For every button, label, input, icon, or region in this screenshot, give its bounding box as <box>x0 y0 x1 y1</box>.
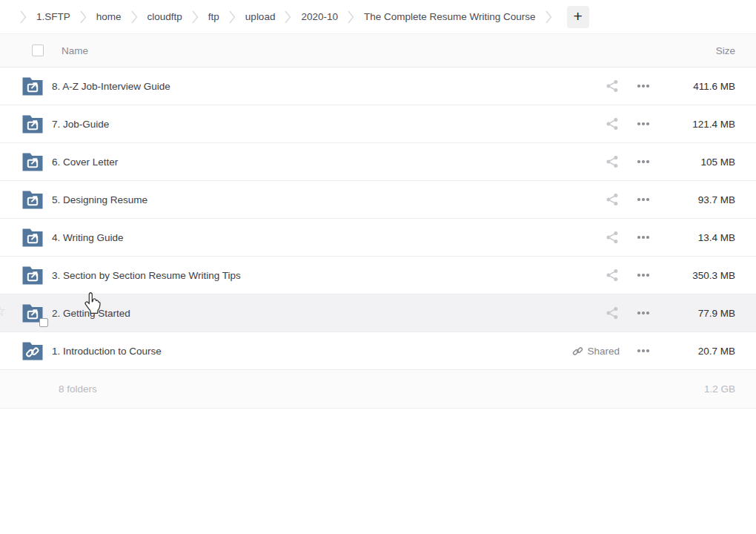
file-size: 411.6 MB <box>652 81 735 92</box>
folder-external-icon <box>22 152 43 171</box>
chevron-right-icon <box>20 10 27 24</box>
share-slot <box>563 192 634 207</box>
chevron-right-icon <box>546 10 552 24</box>
file-row[interactable]: 5. Designing Resume 93.7 MB <box>0 181 756 219</box>
file-row-hovered[interactable]: 2. Getting Started 77.9 MB <box>0 294 756 332</box>
share-icon[interactable] <box>605 268 620 283</box>
file-size: 93.7 MB <box>652 194 735 205</box>
chevron-right-icon <box>131 10 138 24</box>
breadcrumb-item-current-folder[interactable]: The Complete Resume Writing Course <box>364 11 536 22</box>
folder-name-link[interactable]: 1. Introduction to Course <box>52 346 563 357</box>
size-column-header[interactable]: Size <box>716 45 735 56</box>
folder-external-icon <box>22 303 43 323</box>
folder-count: 8 folders <box>59 383 97 395</box>
chevron-right-icon <box>285 10 291 24</box>
file-size: 105 MB <box>652 156 735 168</box>
shared-indicator[interactable]: Shared <box>572 346 620 357</box>
folder-name-link[interactable]: 5. Designing Resume <box>52 194 563 205</box>
add-button[interactable]: + <box>567 6 589 28</box>
breadcrumb-item-cloudftp[interactable]: cloudftp <box>147 11 182 22</box>
folder-name-link[interactable]: 8. A-Z Job-Interview Guide <box>52 81 563 92</box>
chevron-right-icon <box>80 10 87 24</box>
list-header: Name Size <box>0 33 756 67</box>
file-size: 350.3 MB <box>652 270 735 281</box>
share-slot <box>563 116 634 131</box>
share-slot <box>563 230 634 245</box>
folder-name-link[interactable]: 4. Writing Guide <box>52 232 563 243</box>
share-icon[interactable] <box>605 192 620 207</box>
share-slot: Shared <box>563 346 634 357</box>
file-size: 77.9 MB <box>652 308 735 319</box>
folder-name-link[interactable]: 7. Job-Guide <box>52 119 563 130</box>
drag-badge <box>39 318 48 327</box>
folder-name-link[interactable]: 3. Section by Section Resume Writing Tip… <box>52 270 563 281</box>
folder-external-icon <box>22 76 43 96</box>
file-row[interactable]: 6. Cover Letter 105 MB <box>0 143 756 181</box>
list-footer: 8 folders 1.2 GB <box>0 370 756 409</box>
name-column-header[interactable]: Name <box>62 45 716 56</box>
more-options-button[interactable] <box>634 268 652 283</box>
more-options-button[interactable] <box>634 306 652 320</box>
share-icon[interactable] <box>605 154 620 169</box>
breadcrumb-item-2020-10[interactable]: 2020-10 <box>301 11 338 22</box>
file-row[interactable]: 1. Introduction to Course Shared 20.7 MB <box>0 332 756 370</box>
folder-name-link[interactable]: 2. Getting Started <box>52 308 563 319</box>
link-icon <box>572 346 583 357</box>
file-row[interactable]: 8. A-Z Job-Interview Guide 411.6 MB <box>0 67 756 105</box>
folder-external-icon <box>22 114 43 134</box>
breadcrumb-item-upload[interactable]: upload <box>245 11 276 22</box>
folder-external-icon <box>22 228 43 247</box>
more-options-button[interactable] <box>634 79 652 93</box>
folder-external-icon <box>22 266 43 285</box>
more-options-button[interactable] <box>634 154 652 169</box>
share-icon[interactable] <box>605 230 620 245</box>
file-size: 121.4 MB <box>652 119 735 130</box>
share-slot <box>563 306 634 320</box>
file-list: 8. A-Z Job-Interview Guide 411.6 MB 7. J… <box>0 67 756 370</box>
breadcrumb-item-home[interactable]: home <box>96 11 122 22</box>
file-size: 20.7 MB <box>652 346 735 357</box>
chevron-right-icon <box>229 10 236 24</box>
share-slot <box>563 154 634 169</box>
breadcrumb-item-sftp[interactable]: 1.SFTP <box>36 11 70 22</box>
more-options-button[interactable] <box>634 192 652 207</box>
share-icon[interactable] <box>605 116 620 131</box>
breadcrumb: 1.SFTP home cloudftp ftp upload 2020-10 … <box>0 0 756 33</box>
share-icon[interactable] <box>605 79 620 93</box>
folder-external-icon <box>22 190 43 209</box>
file-row[interactable]: 7. Job-Guide 121.4 MB <box>0 105 756 143</box>
share-icon[interactable] <box>605 306 620 320</box>
file-row[interactable]: 4. Writing Guide 13.4 MB <box>0 219 756 257</box>
file-row[interactable]: 3. Section by Section Resume Writing Tip… <box>0 257 756 294</box>
more-options-button[interactable] <box>634 230 652 245</box>
file-size: 13.4 MB <box>652 232 735 243</box>
folder-shared-link-icon <box>22 341 43 360</box>
total-size: 1.2 GB <box>704 383 735 395</box>
file-manager-page: { "breadcrumb": { "items": [ { "label": … <box>0 0 756 534</box>
share-slot <box>563 268 634 283</box>
chevron-right-icon <box>192 10 199 24</box>
select-all-checkbox[interactable] <box>32 44 44 56</box>
more-options-button[interactable] <box>634 343 652 358</box>
shared-label: Shared <box>587 346 620 357</box>
chevron-right-icon <box>348 10 354 24</box>
more-options-button[interactable] <box>634 116 652 131</box>
breadcrumb-item-ftp[interactable]: ftp <box>208 11 219 22</box>
folder-name-link[interactable]: 6. Cover Letter <box>52 156 563 168</box>
share-slot <box>563 79 634 93</box>
